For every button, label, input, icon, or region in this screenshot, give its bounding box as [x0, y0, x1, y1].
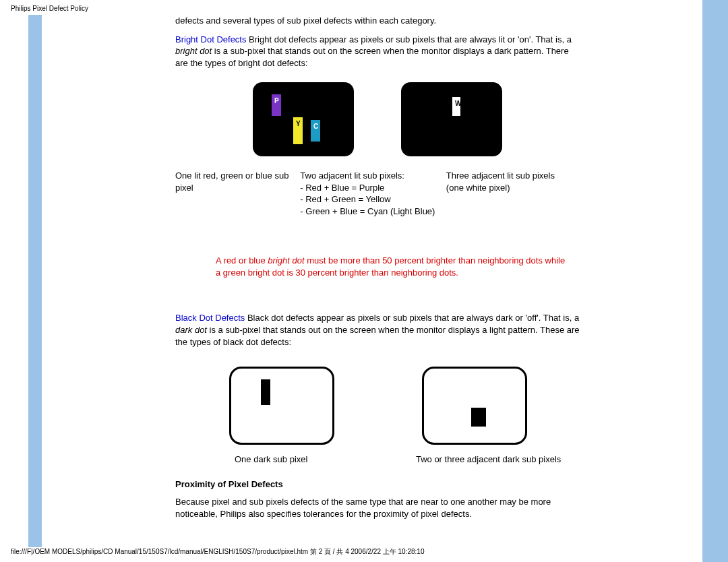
cap2-l4: - Green + Blue = Cyan (Light Blue) [300, 206, 437, 218]
bright-caption-3: Three adjacent lit sub pixels (one white… [446, 170, 580, 217]
red-term: bright dot [268, 255, 304, 266]
header-title: Philips Pixel Defect Policy [11, 5, 88, 12]
bright-text-b: is a sub-pixel that stands out on the sc… [175, 46, 569, 68]
letter-w: W [455, 100, 461, 107]
bright-monitor-2: W [401, 82, 502, 156]
intro-tail: defects and several types of sub pixel d… [175, 15, 580, 27]
bright-label: Bright Dot Defects [175, 34, 247, 44]
bright-caption-row: One lit red, green or blue sub pixel Two… [175, 170, 580, 217]
bright-text-a: Bright dot defects appear as pixels or s… [247, 34, 572, 44]
letter-c: C [313, 123, 318, 130]
red-note: A red or blue bright dot must be more th… [216, 255, 566, 278]
cap3-l1: Three adjacent lit sub pixels [446, 170, 570, 182]
cap2-l1: Two adjacent lit sub pixels: [300, 170, 437, 182]
bright-figure-row: P Y C W [175, 82, 580, 156]
subpixel-purple: P [272, 94, 281, 116]
dark-monitor-2 [422, 367, 527, 445]
letter-p: P [274, 97, 279, 104]
bright-paragraph: Bright Dot Defects Bright dot defects ap… [175, 34, 580, 69]
content: defects and several types of sub pixel d… [175, 15, 580, 526]
subpixel-cyan: C [311, 120, 320, 142]
bright-caption-1: One lit red, green or blue sub pixel [175, 170, 300, 217]
cap3-l2: (one white pixel) [446, 182, 570, 194]
subpixel-white: W [452, 97, 460, 116]
black-paragraph: Black Dot Defects Black dot defects appe… [175, 312, 580, 348]
dark-monitor-1 [229, 367, 334, 445]
cap2-l2: - Red + Blue = Purple [300, 182, 437, 194]
left-rail [28, 15, 42, 547]
bright-term: bright dot [175, 46, 212, 56]
red-a: A red or blue [216, 255, 268, 266]
subpixel-yellow: Y [293, 117, 303, 144]
black-term: dark dot [175, 325, 207, 335]
letter-y: Y [296, 120, 301, 127]
black-label: Black Dot Defects [175, 313, 245, 323]
proximity-text: Because pixel and sub pixels defects of … [175, 496, 580, 520]
dark-subpixel-2 [471, 408, 486, 427]
dark-caption-row: One dark sub pixel Two or three adjacent… [235, 454, 580, 464]
dark-caption-1: One dark sub pixel [235, 454, 342, 464]
page-footer: file:///F|/OEM MODELS/philips/CD Manual/… [11, 547, 424, 557]
bright-monitor-1: P Y C [253, 82, 354, 156]
black-text-b: is a sub-pixel that stands out on the sc… [175, 325, 580, 347]
dark-subpixel-1 [261, 379, 270, 405]
black-text-a: Black dot defects appear as pixels or su… [245, 313, 579, 323]
bright-caption-2: Two adjacent lit sub pixels: - Red + Blu… [300, 170, 446, 217]
right-rail [702, 0, 728, 562]
dark-figure-row [229, 367, 580, 445]
dark-caption-2: Two or three adjacent dark sub pixels [416, 454, 580, 464]
cap2-l3: - Red + Green = Yellow [300, 193, 437, 206]
proximity-title: Proximity of Pixel Defects [175, 479, 580, 489]
